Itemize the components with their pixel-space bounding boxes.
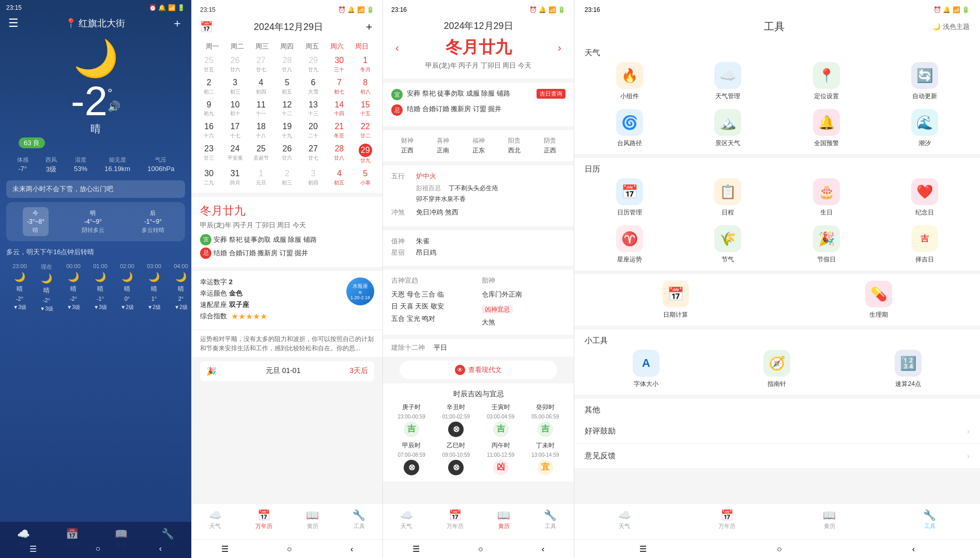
cal-day[interactable]: 13十三 xyxy=(300,98,326,120)
cal-day[interactable]: 21冬至 xyxy=(326,119,352,142)
phone-nav-back-3[interactable]: ‹ xyxy=(542,545,544,554)
calendar-scroll[interactable]: 25廿五 26廿六 27廿七 28廿八 29廿九 30三十 1冬月 2初二 3初… xyxy=(192,53,382,539)
nav-weather-2[interactable]: ☁️ 天气 xyxy=(209,509,222,530)
tools-scroll[interactable]: 天气 🔥 小组件 ☁️ 天气管理 📍 定位设置 🔄 自动更新 xyxy=(574,42,980,503)
tool-schedule[interactable]: 📋 日程 xyxy=(683,178,773,217)
nav-calendar-3[interactable]: 📅 万年历 xyxy=(447,509,464,530)
cal-day[interactable]: 12十二 xyxy=(274,98,300,120)
trad-prev[interactable]: ‹ xyxy=(395,42,399,54)
cal-day[interactable]: 18十八 xyxy=(248,119,274,142)
tool-typhoon[interactable]: 🌀 台风路径 xyxy=(585,109,675,148)
cal-day[interactable]: 27廿七 xyxy=(300,142,326,166)
cal-day[interactable]: 28廿八 xyxy=(326,142,352,166)
forecast-today[interactable]: 今 -3°~8° 晴 xyxy=(23,207,49,236)
tool-auto-update[interactable]: 🔄 自动更新 xyxy=(880,62,970,101)
cal-day[interactable]: 1冬月 xyxy=(353,53,378,75)
phone-nav-menu-3[interactable]: ☰ xyxy=(412,544,420,554)
cal-day[interactable]: 22廿二 xyxy=(353,119,378,142)
nav-almanac-3[interactable]: 📖 黄历 xyxy=(497,509,510,530)
ji-query[interactable]: 吉日查询 xyxy=(537,89,565,99)
holiday-card[interactable]: 🎉 元旦 01-01 3天后 xyxy=(200,361,374,381)
cal-day[interactable]: 3初三 xyxy=(222,75,248,98)
cal-day[interactable]: 23廿三 xyxy=(196,142,222,166)
nav-tools-2[interactable]: 🔧 工具 xyxy=(353,509,365,530)
cal-day[interactable]: 20二十 xyxy=(300,119,326,142)
tool-holiday[interactable]: 🎉 节假日 xyxy=(782,225,871,264)
add-icon[interactable]: ＋ xyxy=(172,16,183,31)
feedback[interactable]: 意见反馈 › xyxy=(574,444,980,468)
phone-nav-back-4[interactable]: ‹ xyxy=(912,545,915,554)
trad-scroll[interactable]: 宜 安葬 祭祀 徒事勿取 成服 除服 铺路 吉日查询 忌 结婚 合婚订婚 搬新房… xyxy=(383,79,574,503)
cal-day[interactable]: 4初五 xyxy=(326,166,352,189)
phone-nav-menu-4[interactable]: ☰ xyxy=(639,544,647,554)
nav-calendar-4[interactable]: 📅 万年历 xyxy=(718,509,736,530)
cal-menu-icon[interactable]: 📅 xyxy=(200,21,213,33)
cal-day[interactable]: 11十一 xyxy=(248,98,274,120)
tool-warning[interactable]: 🔔 全国预警 xyxy=(782,109,871,148)
nav-tools-3[interactable]: 🔧 工具 xyxy=(544,509,557,530)
trad-next[interactable]: › xyxy=(558,42,561,54)
theme-button[interactable]: 🌙 浅色主题 xyxy=(932,22,970,32)
nav-weather-3[interactable]: ☁️ 天气 xyxy=(400,509,413,530)
nav-weather-4[interactable]: ☁️ 天气 xyxy=(618,509,631,530)
cal-day[interactable]: 25廿五 xyxy=(196,53,222,75)
tool-compass[interactable]: 🧭 指南针 xyxy=(716,350,839,389)
phone-nav-home-4[interactable]: ○ xyxy=(777,545,782,554)
tool-weather-mgmt[interactable]: ☁️ 天气管理 xyxy=(683,62,773,101)
phone-nav-home-3[interactable]: ○ xyxy=(478,545,483,554)
tool-jieqi[interactable]: 🌾 节气 xyxy=(683,225,773,264)
cal-day[interactable]: 15十五 xyxy=(353,98,378,120)
menu-icon[interactable]: ☰ xyxy=(8,17,19,30)
tool-physio[interactable]: 💊 生理期 xyxy=(777,274,981,326)
cal-day[interactable]: 7初七 xyxy=(326,75,352,98)
cal-day[interactable]: 2初三 xyxy=(274,166,300,189)
cal-day[interactable]: 19十九 xyxy=(274,119,300,142)
view-modern-btn[interactable]: 👁 查看现代文 xyxy=(400,361,557,379)
cal-day[interactable]: 28廿八 xyxy=(274,53,300,75)
nav-almanac-2[interactable]: 📖 黄历 xyxy=(306,509,319,530)
nav-almanac-4[interactable]: 📖 黄历 xyxy=(823,509,836,530)
cal-day[interactable]: 2初二 xyxy=(196,75,222,98)
cal-day[interactable]: 24平安夜 xyxy=(222,142,248,166)
tool-font-size[interactable]: A 字体大小 xyxy=(585,350,708,389)
tool-widget[interactable]: 🔥 小组件 xyxy=(585,62,675,101)
cal-day[interactable]: 9初九 xyxy=(196,98,222,120)
phone-nav-menu[interactable]: ☰ xyxy=(29,544,37,554)
cal-day[interactable]: 16十六 xyxy=(196,119,222,142)
tool-date-calc[interactable]: 📅 日期计算 xyxy=(574,274,777,326)
tool-auspicious[interactable]: 吉 择吉日 xyxy=(880,225,970,264)
good-review[interactable]: 好评鼓励 › xyxy=(574,419,980,444)
cal-day-today[interactable]: 29 廿九 xyxy=(353,142,378,166)
cal-day[interactable]: 10初十 xyxy=(222,98,248,120)
tool-birthday[interactable]: 🎂 生日 xyxy=(782,178,871,217)
cal-day[interactable]: 4初四 xyxy=(248,75,274,98)
phone-nav-menu-2[interactable]: ☰ xyxy=(221,544,228,554)
cal-day[interactable]: 1元旦 xyxy=(248,166,274,189)
cal-day[interactable]: 26廿六 xyxy=(274,142,300,166)
tool-location[interactable]: 📍 定位设置 xyxy=(782,62,871,101)
forecast-day-after[interactable]: 后 -1°~9° 多云转晴 xyxy=(137,207,169,236)
phone-nav-home-2[interactable]: ○ xyxy=(287,545,292,554)
cal-day[interactable]: 14十四 xyxy=(326,98,352,120)
tool-anniversary[interactable]: ❤️ 纪念日 xyxy=(880,178,970,217)
cal-day[interactable]: 6大雪 xyxy=(300,75,326,98)
volume-icon[interactable]: 🔊 xyxy=(108,100,120,113)
tool-cal-mgmt[interactable]: 📅 日历管理 xyxy=(585,178,675,217)
cal-day[interactable]: 17十七 xyxy=(222,119,248,142)
cal-day[interactable]: 29廿九 xyxy=(300,53,326,75)
nav-calendar-2[interactable]: 📅 万年历 xyxy=(255,509,272,530)
cal-day[interactable]: 3初四 xyxy=(300,166,326,189)
cal-add-icon[interactable]: ＋ xyxy=(364,20,374,34)
forecast-tomorrow[interactable]: 明 -4°~9° 阴转多云 xyxy=(78,207,109,236)
tool-scenic-weather[interactable]: 🏔️ 景区天气 xyxy=(683,109,773,148)
nav-tools-4[interactable]: 🔧 工具 xyxy=(923,509,936,530)
cal-day[interactable]: 8初八 xyxy=(353,75,378,98)
cal-day[interactable]: 26廿六 xyxy=(222,53,248,75)
tool-constellation[interactable]: ♈ 星座运势 xyxy=(585,225,675,264)
tool-calc24[interactable]: 🔢 速算24点 xyxy=(847,350,970,389)
cal-day[interactable]: 31跨月 xyxy=(222,166,248,189)
cal-day[interactable]: 30三十 xyxy=(326,53,352,75)
cal-day[interactable]: 5小寒 xyxy=(353,166,378,189)
phone-nav-back-2[interactable]: ‹ xyxy=(350,545,353,554)
phone-nav-home[interactable]: ○ xyxy=(95,544,100,553)
